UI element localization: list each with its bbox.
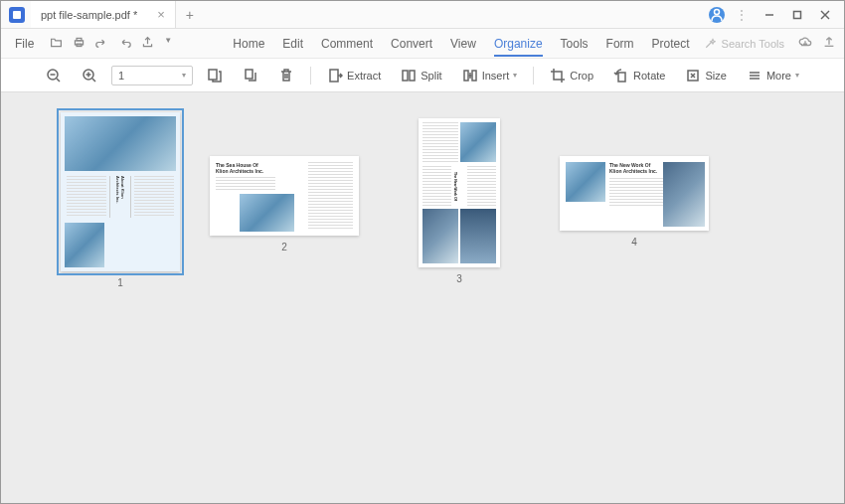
app-icon [9, 7, 25, 23]
menu-home[interactable]: Home [233, 37, 264, 51]
tab-filename: ppt file-sample.pdf * [41, 9, 137, 21]
thumbnail-text [422, 122, 496, 162]
rotate-icon [613, 68, 629, 84]
zoom-in-icon [82, 68, 97, 84]
extract-button[interactable]: Extract [321, 64, 387, 87]
delete-button[interactable] [272, 64, 300, 87]
page-thumbnail-wrap: About Klion Architects Inc. 1 [61, 112, 180, 288]
thumbnail-text: About Klion Architects Inc. [65, 174, 176, 220]
menu-comment[interactable]: Comment [321, 37, 373, 51]
more-button[interactable]: More ▾ [741, 64, 805, 87]
page-number-label: 1 [117, 277, 123, 288]
svg-rect-18 [403, 71, 408, 81]
divider [533, 67, 534, 84]
open-icon[interactable] [50, 36, 63, 52]
split-button[interactable]: Split [395, 64, 447, 87]
organize-toolbar: 1 ▾ Extract Split Insert ▾ Crop Rotate S… [1, 59, 844, 92]
more-icon [747, 68, 762, 84]
page-thumbnail-4[interactable]: The New Work Of Klion Architects Inc. [560, 156, 709, 231]
page-thumbnail-wrap: The New Work Of Klion Architects Inc. 4 [560, 156, 709, 248]
copy-button[interactable] [237, 64, 264, 87]
copy-icon [243, 68, 258, 84]
menu-edit[interactable]: Edit [282, 37, 303, 51]
kebab-menu-icon[interactable]: ⋮ [731, 7, 753, 23]
extract-icon [327, 68, 343, 84]
close-button[interactable] [814, 4, 836, 26]
document-tab[interactable]: ppt file-sample.pdf * × [31, 1, 176, 28]
page-number-label: 3 [456, 273, 462, 284]
zoom-out-button[interactable] [40, 64, 68, 87]
new-tab-button[interactable]: + [176, 7, 204, 23]
menu-tools[interactable]: Tools [561, 37, 589, 51]
size-icon [685, 68, 701, 84]
svg-rect-21 [472, 71, 476, 81]
minimize-button[interactable] [759, 4, 780, 26]
thumbnail-text [308, 162, 353, 230]
svg-line-12 [92, 79, 95, 82]
svg-rect-2 [794, 11, 801, 18]
search-placeholder: Search Tools [722, 38, 784, 50]
split-icon [401, 68, 417, 84]
menubar: File ▼ Home Edit Comment Convert View Or… [1, 29, 844, 59]
wand-icon [704, 38, 716, 50]
cloud-icon[interactable] [798, 35, 812, 52]
crop-button[interactable]: Crop [544, 64, 599, 87]
upload-icon[interactable] [822, 35, 836, 52]
thumbnail-text: The Sea House Of Klion Architects Inc. [216, 162, 275, 191]
svg-point-0 [715, 9, 720, 14]
svg-rect-20 [464, 71, 468, 81]
rotate-button[interactable]: Rotate [607, 64, 671, 87]
page-canvas[interactable]: About Klion Architects Inc. 1 The Sea Ho… [1, 92, 844, 503]
trash-icon [278, 68, 294, 84]
share-icon[interactable] [141, 36, 154, 52]
page-number-label: 2 [281, 242, 287, 252]
svg-rect-17 [330, 70, 338, 82]
qat-dropdown-icon[interactable]: ▼ [164, 36, 172, 52]
thumbnail-image [663, 162, 705, 227]
page-thumbnail-3[interactable]: The New Work Of [419, 118, 500, 267]
menu-form[interactable]: Form [606, 37, 634, 51]
user-avatar-icon[interactable] [709, 7, 725, 23]
chevron-down-icon: ▾ [182, 71, 186, 80]
select-all-icon [207, 68, 223, 84]
insert-button[interactable]: Insert ▾ [456, 64, 524, 87]
svg-line-9 [57, 79, 60, 82]
print-icon[interactable] [73, 36, 85, 52]
zoom-out-icon [46, 68, 62, 84]
redo-icon[interactable] [118, 36, 131, 52]
page-thumbnail-wrap: The Sea House Of Klion Architects Inc. 2 [210, 156, 359, 252]
svg-rect-6 [77, 38, 82, 40]
zoom-in-button[interactable] [76, 64, 103, 87]
select-all-button[interactable] [201, 64, 229, 87]
menu-view[interactable]: View [450, 37, 476, 51]
insert-icon [462, 68, 478, 84]
menu-organize[interactable]: Organize [494, 37, 543, 57]
svg-rect-24 [618, 73, 625, 82]
size-button[interactable]: Size [679, 64, 732, 87]
chevron-down-icon: ▾ [513, 71, 517, 80]
page-thumbnail-2[interactable]: The Sea House Of Klion Architects Inc. [210, 156, 359, 236]
page-number-label: 4 [631, 237, 637, 248]
svg-rect-15 [209, 70, 217, 80]
crop-icon [550, 68, 566, 84]
undo-icon[interactable] [95, 36, 108, 52]
page-thumbnail-1[interactable]: About Klion Architects Inc. [61, 112, 180, 271]
titlebar: ppt file-sample.pdf * × + ⋮ [1, 1, 844, 29]
chevron-down-icon: ▾ [795, 71, 799, 80]
menu-protect[interactable]: Protect [652, 37, 690, 51]
thumbnail-image [65, 223, 104, 267]
page-number-input[interactable]: 1 ▾ [111, 66, 193, 85]
thumbnail-image [65, 116, 176, 171]
menu-convert[interactable]: Convert [391, 37, 432, 51]
svg-rect-16 [246, 70, 253, 79]
maximize-button[interactable] [786, 4, 808, 26]
page-value: 1 [118, 70, 124, 82]
thumbnail-image [240, 194, 294, 232]
search-tools[interactable]: Search Tools [690, 38, 798, 50]
thumbnail-text: The New Work Of Klion Architects Inc. [609, 162, 664, 208]
main-menu: Home Edit Comment Convert View Organize … [233, 37, 689, 51]
thumbnail-image [566, 162, 605, 202]
tab-close-icon[interactable]: × [157, 7, 165, 22]
thumbnail-image [422, 209, 496, 263]
file-menu[interactable]: File [9, 37, 40, 51]
